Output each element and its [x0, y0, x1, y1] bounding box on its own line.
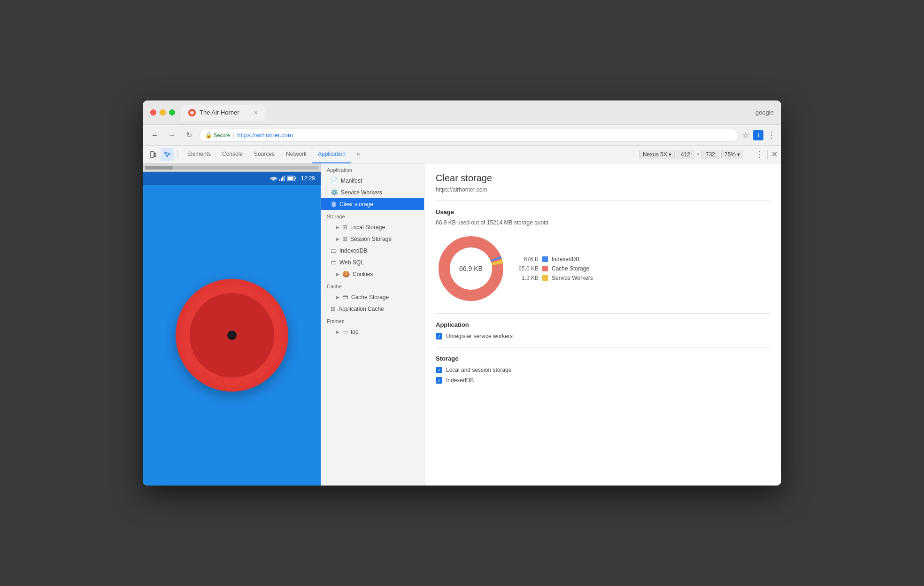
local-storage-label: Local Storage	[350, 224, 385, 231]
checkbox-indexeddb-label: IndexedDB	[446, 377, 474, 384]
expand-icon: ▶	[336, 272, 339, 277]
legend-value-indexeddb: 676 B	[517, 256, 539, 262]
svg-point-3	[273, 180, 274, 181]
tab-title: The Air Horner	[200, 109, 239, 116]
zoom-select[interactable]: 75% ▾	[721, 150, 743, 159]
reload-button[interactable]: ↻	[182, 129, 195, 141]
tab-console[interactable]: Console	[216, 146, 248, 163]
phone-statusbar: 12:29	[143, 172, 321, 185]
profile-label: google	[755, 109, 774, 116]
sidebar-item-application-cache[interactable]: ⊞ Application Cache	[321, 303, 424, 315]
svg-rect-10	[287, 177, 293, 180]
zoom-value: 75%	[724, 151, 736, 158]
status-time: 12:29	[301, 175, 315, 182]
url-box[interactable]: 🔒 Secure | https://airhorner.com	[199, 129, 738, 142]
status-icons	[270, 176, 296, 181]
chart-area: 66.9 KB 676 B IndexedDB 65.0 KB Cache St…	[436, 233, 770, 304]
panel-title: Clear storage	[436, 173, 770, 184]
scroll-thumb[interactable]	[145, 166, 173, 170]
sidebar-item-cache-storage[interactable]: ▶ 🗃 Cache Storage	[321, 291, 424, 303]
sidebar-item-clear-storage[interactable]: 🗑 Clear storage	[321, 198, 424, 210]
cookies-label: Cookies	[353, 271, 373, 278]
sidebar-item-indexeddb[interactable]: 🗃 IndexedDB	[321, 245, 424, 256]
legend-color-indexeddb	[542, 256, 548, 262]
active-tab[interactable]: The Air Horner ×	[181, 105, 265, 121]
legend-color-service-workers	[542, 275, 548, 281]
usage-text: 66.9 KB used out of 15214 MB storage quo…	[436, 219, 770, 226]
checkbox-unregister[interactable]: ✓	[436, 333, 442, 339]
svg-rect-4	[279, 179, 280, 181]
back-button[interactable]: ←	[148, 129, 162, 141]
web-sql-icon: 🗃	[331, 259, 337, 266]
forward-button[interactable]: →	[165, 129, 178, 141]
sidebar-item-top[interactable]: ▶ ▭ top	[321, 326, 424, 338]
checkbox-row-unregister: ✓ Unregister service workers	[436, 333, 770, 339]
service-workers-icon: ⚙️	[331, 189, 338, 196]
web-sql-label: Web SQL	[339, 259, 364, 266]
sidebar-item-web-sql[interactable]: 🗃 Web SQL	[321, 256, 424, 268]
minimize-button[interactable]	[160, 109, 166, 116]
legend-label-indexeddb: IndexedDB	[552, 256, 579, 262]
cookies-icon: 🍪	[342, 270, 350, 278]
devtools-menu-button[interactable]: ⋮	[755, 149, 763, 160]
extension-button[interactable]: i	[753, 130, 763, 140]
tab-application[interactable]: Application	[312, 146, 351, 163]
legend-value-cache-storage: 65.0 KB	[517, 265, 539, 272]
legend-label-service-workers: Service Workers	[552, 275, 593, 281]
session-storage-icon: ⊞	[342, 235, 347, 242]
height-input[interactable]	[701, 150, 719, 159]
toolbar-separator	[177, 150, 178, 159]
address-bar: ← → ↻ 🔒 Secure | https://airhorner.com ☆…	[143, 125, 781, 146]
browser-window: The Air Horner × google ← → ↻ 🔒 Secure |…	[143, 100, 781, 486]
devtools-toolbar: Elements Console Sources Network Applica…	[143, 146, 781, 163]
sidebar-item-manifest[interactable]: 📄 Manifest	[321, 175, 424, 186]
top-label: top	[351, 329, 359, 335]
devtools-left-icons	[146, 148, 174, 161]
bookmark-button[interactable]: ☆	[742, 130, 749, 140]
devtools-close-button[interactable]: ✕	[771, 150, 778, 159]
sidebar-item-session-storage[interactable]: ▶ ⊞ Session Storage	[321, 233, 424, 245]
main-content: 12:29 Application 📄 Manifest	[143, 163, 781, 486]
section-label-cache: Cache	[321, 280, 424, 291]
sidebar-item-service-workers[interactable]: ⚙️ Service Workers	[321, 186, 424, 198]
svg-rect-7	[284, 176, 285, 181]
close-button[interactable]	[150, 109, 156, 116]
battery-icon	[287, 176, 296, 181]
legend-item-cache-storage: 65.0 KB Cache Storage	[517, 265, 593, 272]
panel-url: https://airhorner.com	[436, 186, 770, 193]
storage-section-title: Storage	[436, 355, 770, 362]
browser-menu-button[interactable]: ⋮	[767, 130, 776, 140]
sidebar-item-local-storage[interactable]: ▶ ⊞ Local Storage	[321, 221, 424, 233]
scroll-track	[145, 166, 319, 170]
url-text: https://airhorner.com	[237, 131, 293, 139]
tab-close-button[interactable]: ×	[254, 109, 258, 116]
checkbox-row-local-session: ✓ Local and session storage	[436, 367, 770, 373]
checkbox-indexeddb[interactable]: ✓	[436, 377, 442, 384]
dimension-separator: ×	[696, 151, 700, 158]
checkbox-local-session[interactable]: ✓	[436, 367, 442, 373]
application-cache-label: Application Cache	[339, 306, 384, 312]
svg-rect-6	[282, 177, 283, 181]
vinyl-record	[176, 279, 288, 392]
url-protocol: https://	[237, 131, 255, 139]
signal-icon	[279, 176, 285, 181]
section-label-storage: Storage	[321, 210, 424, 221]
tab-sources[interactable]: Sources	[248, 146, 280, 163]
address-bar-right: ☆ i ⋮	[742, 130, 776, 140]
maximize-button[interactable]	[169, 109, 175, 116]
tab-elements[interactable]: Elements	[182, 146, 216, 163]
svg-rect-2	[154, 153, 156, 157]
chart-legend: 676 B IndexedDB 65.0 KB Cache Storage 1.…	[517, 256, 593, 281]
clear-storage-icon: 🗑	[331, 200, 337, 208]
inspect-icon[interactable]	[161, 148, 174, 161]
phone-preview: 12:29	[143, 163, 321, 486]
width-input[interactable]	[677, 150, 694, 159]
scroll-area	[143, 163, 321, 172]
svg-rect-1	[150, 152, 154, 157]
more-tabs-button[interactable]: »	[351, 146, 366, 163]
usage-section-title: Usage	[436, 208, 770, 216]
device-mode-icon[interactable]	[146, 148, 160, 161]
tab-network[interactable]: Network	[280, 146, 312, 163]
device-select[interactable]: Nexus 5X ▾	[639, 150, 675, 159]
sidebar-item-cookies[interactable]: ▶ 🍪 Cookies	[321, 268, 424, 280]
